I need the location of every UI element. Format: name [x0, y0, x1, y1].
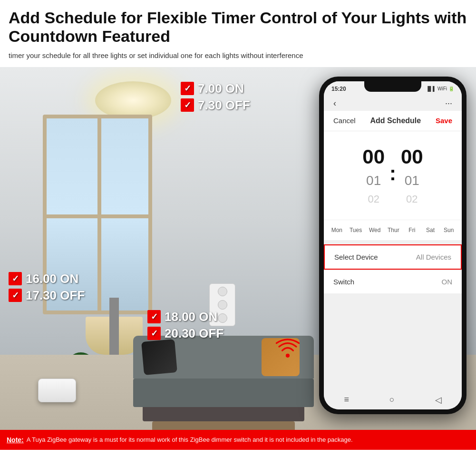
note-label: Note:: [7, 436, 24, 444]
back-nav-icon[interactable]: ◁: [435, 395, 442, 405]
header-section: Add Schedule for Flexible Timer Control …: [0, 0, 476, 67]
schedule-left-line-1: 16.00 ON: [9, 272, 85, 286]
subtitle: timer your schedule for all three lights…: [9, 50, 467, 61]
hours-sub[interactable]: 01: [366, 173, 381, 188]
sofa-legs: [143, 407, 304, 421]
switch-dot-2: [218, 300, 227, 310]
note-text: A Tuya ZigBee gateway is a must for its …: [27, 436, 353, 443]
note-bar: Note: A Tuya ZigBee gateway is a must fo…: [0, 430, 476, 450]
switch-value: ON: [442, 278, 453, 286]
check-icon-6: [147, 327, 161, 340]
hours-column: 00 01 02: [362, 146, 385, 205]
more-icon[interactable]: ···: [445, 98, 452, 108]
gateway-device: [38, 379, 76, 402]
day-wed[interactable]: Wed: [368, 225, 381, 235]
schedule-left-line-2: 17.30 OFF: [9, 288, 85, 303]
home-icon[interactable]: ≡: [344, 395, 349, 405]
schedule-top-time-2: 7.30 OFF: [198, 98, 250, 113]
window-cross-vertical: [97, 117, 101, 312]
schedule-top-line-1: 7.00 ON: [181, 81, 250, 96]
day-sat[interactable]: Sat: [424, 225, 437, 235]
save-button[interactable]: Save: [436, 117, 452, 125]
schedule-middle-line-2: 20.30 OFF: [147, 326, 223, 341]
phone-outer: 15:20 ▐▌▌ WiFi 🔋 ‹ ··· Cancel Add Schedu…: [319, 77, 466, 414]
wifi-signal-bottom: [276, 338, 300, 361]
schedule-middle-time-2: 20.30 OFF: [165, 326, 223, 341]
phone-container: 15:20 ▐▌▌ WiFi 🔋 ‹ ··· Cancel Add Schedu…: [319, 77, 466, 414]
back-icon[interactable]: ‹: [333, 98, 336, 108]
svg-point-1: [286, 353, 290, 357]
minutes-sub[interactable]: 01: [405, 173, 419, 188]
time-separator: :: [389, 162, 396, 185]
phone-notch: [364, 81, 421, 92]
minutes-main[interactable]: 00: [401, 146, 423, 168]
schedule-middle-line-1: 18.00 ON: [147, 310, 223, 324]
status-icons: ▐▌▌ WiFi 🔋: [426, 86, 454, 91]
battery-icon: 🔋: [448, 86, 454, 91]
switch-row[interactable]: Switch ON: [324, 270, 462, 293]
switch-dot-1: [218, 287, 227, 296]
pillow-dark: [141, 339, 177, 375]
schedule-middle: 18.00 ON 20.30 OFF: [147, 310, 223, 341]
check-icon-2: [181, 98, 194, 112]
select-device-label: Select Device: [334, 253, 378, 261]
app-header: Cancel Add Schedule Save: [324, 111, 462, 131]
schedule-left-time-2: 17.30 OFF: [26, 288, 85, 303]
day-selector: Mon Tues Wed Thur Fri Sat Sun: [324, 220, 462, 241]
hours-sub2[interactable]: 02: [368, 193, 379, 205]
schedule-top: 7.00 ON 7.30 OFF: [181, 81, 250, 113]
minutes-column: 00 01 02: [401, 146, 423, 205]
phone-screen: 15:20 ▐▌▌ WiFi 🔋 ‹ ··· Cancel Add Schedu…: [324, 81, 462, 409]
cancel-button[interactable]: Cancel: [333, 117, 356, 125]
day-mon[interactable]: Mon: [330, 225, 343, 235]
room-section: 7.00 ON 7.30 OFF 16.00 ON 17.30 OFF 18.0…: [0, 67, 476, 450]
check-icon-3: [9, 272, 22, 285]
check-icon-5: [147, 310, 161, 323]
schedule-top-time-1: 7.00 ON: [198, 81, 244, 96]
select-device-value: All Devices: [416, 253, 451, 261]
schedule-left: 16.00 ON 17.30 OFF: [9, 272, 85, 303]
wifi-status-icon: WiFi: [437, 86, 447, 91]
schedule-left-time-1: 16.00 ON: [26, 272, 78, 286]
day-tues[interactable]: Tues: [349, 225, 363, 235]
day-fri[interactable]: Fri: [405, 225, 418, 235]
hours-main[interactable]: 00: [362, 146, 385, 168]
schedule-title: Add Schedule: [370, 117, 421, 125]
signal-icon: ▐▌▌: [426, 86, 436, 91]
check-icon-1: [181, 82, 194, 95]
phone-bottom-bar: ≡ ○ ◁: [324, 390, 462, 409]
select-device-row[interactable]: Select Device All Devices: [324, 244, 462, 270]
page-title: Add Schedule for Flexible Timer Control …: [9, 9, 467, 46]
schedule-middle-time-1: 18.00 ON: [165, 310, 217, 324]
time-picker: 00 01 02 : 00 01 02: [324, 131, 462, 220]
switch-label: Switch: [333, 278, 354, 286]
schedule-top-line-2: 7.30 OFF: [181, 98, 250, 113]
status-time: 15:20: [331, 86, 346, 92]
ceiling-light: [95, 81, 171, 119]
day-sun[interactable]: Sun: [442, 225, 456, 235]
circle-icon[interactable]: ○: [389, 395, 395, 405]
nav-bar: ‹ ···: [324, 97, 462, 111]
minutes-sub2[interactable]: 02: [406, 193, 418, 205]
check-icon-4: [9, 289, 22, 302]
day-thur[interactable]: Thur: [387, 225, 400, 235]
sofa-seat: [133, 379, 314, 407]
